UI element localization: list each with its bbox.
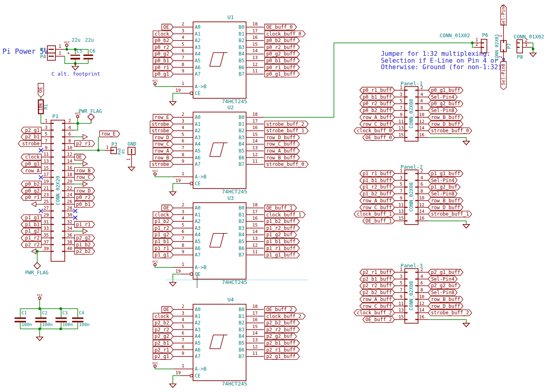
pin-number: 19 [175, 370, 181, 375]
empty-net-arrow[interactable] [83, 182, 87, 186]
wire[interactable] [428, 138, 466, 141]
wire[interactable] [173, 93, 181, 102]
wire[interactable] [173, 274, 181, 283]
pin-number: 10 [67, 145, 72, 150]
net-label-text: strobe_buff_2 [266, 121, 304, 127]
pin-number: 1 [400, 85, 403, 90]
cap-value[interactable]: 100n [62, 322, 73, 327]
wire[interactable] [155, 85, 173, 87]
connector-p8-ref[interactable]: P8 [517, 54, 523, 60]
gnd-symbol[interactable] [463, 141, 469, 145]
gnd-symbol[interactable] [72, 66, 79, 70]
pin-number: 10 [419, 294, 424, 299]
wire[interactable] [173, 184, 181, 192]
cap-value[interactable]: 100n [42, 322, 53, 327]
net-label-text: p2_b1 [25, 134, 40, 140]
connector-p8-body[interactable] [517, 40, 523, 53]
cap-ref[interactable]: C1 [21, 310, 27, 316]
net-label-text: p0_g1 [155, 71, 169, 77]
pin-invert-bubble [190, 374, 193, 377]
chip-ref[interactable]: U3 [227, 195, 234, 201]
net-label-text: p1_r2 [25, 235, 40, 241]
vcc-symbol[interactable] [38, 297, 41, 299]
vcc-symbol[interactable] [76, 115, 79, 118]
cap-value[interactable]: 22u [85, 37, 94, 43]
panel-title[interactable]: Panel-1 [401, 81, 423, 87]
cap-ref[interactable]: C4 [79, 310, 85, 316]
pin-number: 21 [43, 186, 49, 191]
pin-number: 1 [525, 42, 528, 47]
pin-number: 9 [182, 249, 185, 254]
net-label-text: Sel-Pin8 [431, 108, 455, 113]
vcc-symbol-text: vcc [152, 169, 158, 173]
note-jumper[interactable]: Jumper for 1:32 multiplexing: [381, 50, 491, 57]
connector-p6-ref[interactable]: P6 [482, 32, 488, 38]
gnd-symbol[interactable] [36, 337, 43, 341]
connector-ref[interactable]: P2 [40, 47, 46, 53]
resistor-ref[interactable]: R1 [43, 104, 49, 109]
wire[interactable] [155, 266, 173, 267]
empty-net-arrow[interactable] [83, 229, 87, 233]
resistor-value[interactable]: 10k [38, 103, 43, 111]
cap-ref[interactable]: C2 [42, 310, 47, 316]
cap-value[interactable]: 100n [21, 322, 32, 327]
pin-number: 13 [43, 159, 49, 164]
connector-p5-value[interactable]: GND [127, 141, 136, 147]
wire[interactable] [173, 376, 181, 384]
gnd-symbol[interactable] [170, 192, 176, 195]
connector-ref[interactable]: P4 [40, 54, 46, 59]
wire-gnd-rail[interactable] [65, 56, 88, 64]
vcc-symbol[interactable] [154, 365, 156, 367]
connector-p3-ref[interactable]: P3 [111, 142, 117, 147]
vcc-symbol[interactable] [154, 173, 156, 175]
gnd-symbol[interactable] [170, 282, 176, 286]
cap-ref[interactable]: C3 [62, 310, 68, 316]
empty-net-arrow[interactable] [32, 249, 36, 254]
cap-value[interactable]: 100n [79, 322, 90, 327]
wire[interactable] [155, 175, 173, 177]
pin-name: B3 [239, 135, 244, 140]
empty-net-arrow[interactable] [83, 134, 87, 139]
pwr-flag-symbol[interactable] [88, 114, 94, 120]
wire[interactable] [428, 320, 466, 323]
gnd-symbol[interactable] [128, 167, 135, 171]
gnd-symbol[interactable] [170, 384, 176, 388]
empty-net-arrow[interactable] [32, 202, 36, 207]
gnd-symbol[interactable] [170, 102, 176, 105]
cap-ref[interactable]: C5 [76, 48, 82, 54]
vcc-symbol[interactable] [154, 263, 156, 266]
gnd-symbol[interactable] [463, 323, 469, 327]
pin-invert-bubble [190, 92, 193, 95]
net-label-text: p2_b2_buff [266, 320, 295, 326]
net-label-text: clock [155, 212, 170, 218]
empty-net-arrow[interactable] [83, 161, 87, 166]
vcc-symbol[interactable] [66, 44, 68, 47]
connector-p7-ref[interactable]: P7 [506, 43, 512, 49]
chip-ref[interactable]: U1 [227, 14, 234, 20]
note-c-alt[interactable]: C alt. footprint [51, 71, 100, 77]
cap-value[interactable]: 22u [72, 37, 81, 43]
junction-dot [38, 307, 41, 310]
chip-ref[interactable]: U2 [227, 104, 234, 110]
chip-value[interactable]: 74HCT245 [222, 98, 247, 104]
net-label-text: p0_r2 [155, 44, 169, 50]
vcc-symbol[interactable] [154, 83, 156, 85]
gnd-symbol[interactable] [463, 225, 469, 228]
chip-value[interactable]: 74HCT245 [222, 381, 247, 387]
pin-name: A7 [195, 71, 200, 77]
pin-number: 5 [182, 222, 185, 228]
gnd-symbol[interactable] [530, 53, 536, 57]
panel-title[interactable]: Panel-2 [401, 164, 423, 170]
wire[interactable] [428, 221, 466, 225]
cap-ref[interactable]: C6 [89, 48, 95, 54]
wire[interactable] [155, 367, 173, 369]
panel-title[interactable]: Panel-3 [401, 263, 423, 269]
connector-p1-ref[interactable]: P1 [52, 113, 59, 119]
wire[interactable] [41, 114, 42, 123]
pwr-flag-symbol[interactable] [34, 263, 40, 269]
chip-ref[interactable]: U4 [227, 297, 234, 303]
note-jumper[interactable]: Otherwise: Ground (for non-1:32). [381, 64, 506, 71]
chip-value[interactable]: 74HCT245 [222, 189, 247, 195]
pin-name: CE [195, 181, 200, 186]
pin-name: A5 [195, 148, 200, 154]
